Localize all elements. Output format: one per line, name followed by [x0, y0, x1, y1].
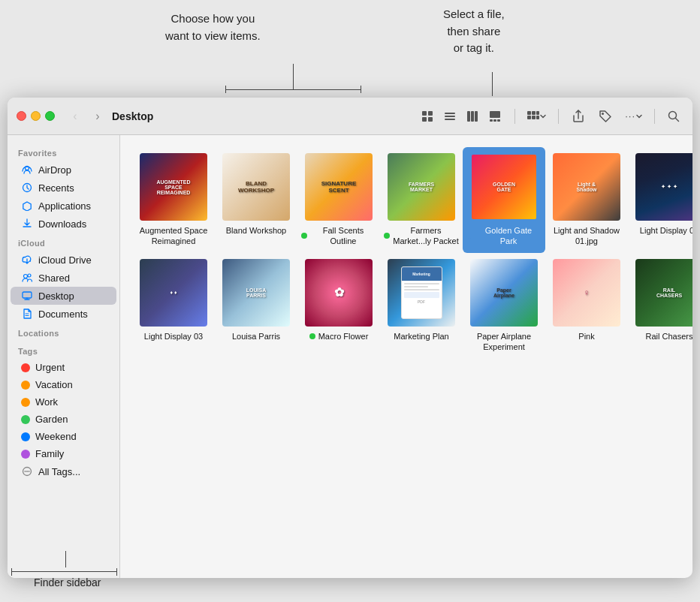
- view-callout-left-tick: [225, 86, 226, 93]
- view-gallery-button[interactable]: [484, 107, 505, 126]
- recents-label: Recents: [38, 182, 74, 194]
- view-callout-right-tick: [361, 86, 361, 93]
- sidebar-item-vacation[interactable]: Vacation: [11, 376, 116, 393]
- file-item-lightdisplay01[interactable]: ✦ ✦ ✦ Light Display 01: [628, 147, 692, 253]
- rail-label: Rail Chasers: [646, 331, 692, 342]
- svg-rect-6: [445, 119, 455, 120]
- fall-dot: [301, 233, 307, 239]
- group-button[interactable]: [524, 109, 549, 124]
- sidebar-item-garden[interactable]: Garden: [11, 411, 116, 428]
- marketing-thumbnail: Marketing PDF: [388, 259, 455, 327]
- file-item-paper[interactable]: PaperAirplane Paper Airplane Experiment: [463, 253, 545, 359]
- downloads-icon: [21, 218, 33, 230]
- back-button[interactable]: ‹: [67, 108, 83, 125]
- family-dot: [21, 450, 30, 459]
- farmers-thumbnail: FARMERSMARKET: [388, 153, 455, 221]
- lightdisplay01-label: Light Display 01: [640, 225, 692, 236]
- documents-icon: [21, 308, 33, 320]
- svg-rect-1: [428, 111, 433, 116]
- airdrop-icon: [21, 164, 33, 176]
- svg-rect-19: [536, 116, 539, 119]
- paper-thumbnail: PaperAirplane: [470, 259, 538, 327]
- sidebar-item-airdrop[interactable]: AirDrop: [11, 161, 116, 179]
- sidebar-item-downloads[interactable]: Downloads: [11, 215, 116, 233]
- svg-rect-4: [445, 113, 455, 114]
- view-list-button[interactable]: [439, 107, 460, 126]
- view-callout-hline: [225, 89, 361, 90]
- title-bar: ‹ › Desktop: [8, 98, 692, 135]
- file-item-lightandshadow[interactable]: Light &Shadow Light and Shadow 01.jpg: [545, 147, 628, 253]
- file-item-bland[interactable]: BLANDWORKSHOP Bland Workshop: [215, 147, 297, 253]
- fall-label: Fall Scents Outline: [310, 225, 376, 247]
- view-icon-button[interactable]: [417, 107, 438, 126]
- svg-rect-14: [527, 111, 531, 115]
- file-item-golden[interactable]: GOLDENGATE Golden Gate Park: [463, 147, 545, 253]
- file-item-farmers[interactable]: FARMERSMARKET Farmers Market...ly Packet: [380, 147, 463, 253]
- sidebar-item-desktop[interactable]: Desktop: [11, 287, 116, 305]
- finder-window: ‹ › Desktop: [8, 98, 692, 578]
- macro-dot: [309, 333, 315, 339]
- lightdisplay01-thumbnail: ✦ ✦ ✦: [635, 153, 692, 221]
- file-item-fall[interactable]: SIGNATURESCENT Fall Scents Outline: [297, 147, 380, 253]
- sidebar-item-recents[interactable]: Recents: [11, 179, 116, 197]
- tag-button[interactable]: [595, 107, 616, 126]
- tags-label: Tags: [8, 341, 119, 359]
- file-item-pink[interactable]: ♀ Pink: [545, 253, 628, 359]
- urgent-label: Urgent: [35, 362, 65, 373]
- icloud-drive-label: iCloud Drive: [38, 254, 92, 266]
- file-item-rail[interactable]: RAILCHASERS Rail Chasers: [628, 253, 692, 359]
- path-title: Desktop: [112, 110, 153, 122]
- view-columns-button[interactable]: [462, 107, 483, 126]
- louisa-label: Louisa Parris: [232, 331, 280, 342]
- svg-point-32: [26, 471, 28, 472]
- pink-thumbnail: ♀: [553, 259, 620, 327]
- golden-label: Golden Gate Park: [475, 225, 542, 247]
- sidebar-item-urgent[interactable]: Urgent: [11, 359, 116, 376]
- svg-rect-2: [422, 117, 427, 122]
- sidebar-item-documents[interactable]: Documents: [11, 305, 116, 323]
- file-item-macro[interactable]: ✿ Macro Flower: [297, 253, 380, 359]
- view-buttons-group: [417, 107, 505, 126]
- vacation-label: Vacation: [35, 379, 73, 390]
- sidebar-item-all-tags[interactable]: All Tags...: [11, 462, 116, 480]
- augmented-thumbnail: AUGMENTEDSPACEREIMAGINED: [140, 153, 207, 221]
- urgent-dot: [21, 363, 30, 372]
- minimize-button[interactable]: [31, 111, 41, 121]
- shared-icon: [21, 272, 33, 284]
- lightandshadow-thumbnail: Light &Shadow: [553, 153, 620, 221]
- weekend-dot: [21, 432, 30, 441]
- sidebar-item-icloud-drive[interactable]: iCloud Drive: [11, 251, 116, 269]
- sidebar-item-work[interactable]: Work: [11, 393, 116, 411]
- search-button[interactable]: [664, 107, 683, 126]
- locations-label: Locations: [8, 323, 119, 341]
- more-button[interactable]: ···: [622, 109, 645, 123]
- sidebar-item-shared[interactable]: Shared: [11, 269, 116, 287]
- augmented-label: Augmented Space Reimagined: [136, 225, 211, 247]
- lightdisplay03-label: Light Display 03: [144, 331, 203, 342]
- share-callout-text: Select a file, then share or tag it.: [443, 6, 505, 57]
- macro-thumbnail: ✿: [305, 259, 373, 327]
- sidebar-item-family[interactable]: Family: [11, 445, 116, 462]
- sidebar-callout-text: Finder sidebar: [34, 576, 101, 588]
- file-item-marketing[interactable]: Marketing PDF Marketing Plan: [380, 253, 463, 359]
- desktop-label: Desktop: [38, 290, 74, 302]
- downloads-label: Downloads: [38, 218, 86, 230]
- sidebar-item-weekend[interactable]: Weekend: [11, 428, 116, 445]
- file-item-lightdisplay03[interactable]: ♦ ♦ Light Display 03: [132, 253, 215, 359]
- view-callout-text: Choose how you want to view items.: [165, 11, 261, 44]
- share-button[interactable]: [568, 107, 589, 126]
- weekend-label: Weekend: [35, 431, 77, 442]
- rail-thumbnail: RAILCHASERS: [635, 259, 692, 327]
- close-button[interactable]: [17, 111, 26, 121]
- file-item-louisa[interactable]: LOUISAPARRIS Louisa Parris: [215, 253, 297, 359]
- applications-label: Applications: [38, 200, 91, 212]
- garden-label: Garden: [35, 414, 68, 425]
- svg-point-20: [602, 113, 604, 115]
- share-callout-line: [492, 72, 493, 96]
- sidebar-item-applications[interactable]: Applications: [11, 197, 116, 215]
- maximize-button[interactable]: [45, 111, 55, 121]
- family-label: Family: [35, 448, 64, 459]
- vacation-dot: [21, 381, 30, 390]
- forward-button[interactable]: ›: [89, 108, 106, 125]
- file-item-augmented[interactable]: AUGMENTEDSPACEREIMAGINED Augmented Space…: [132, 147, 215, 253]
